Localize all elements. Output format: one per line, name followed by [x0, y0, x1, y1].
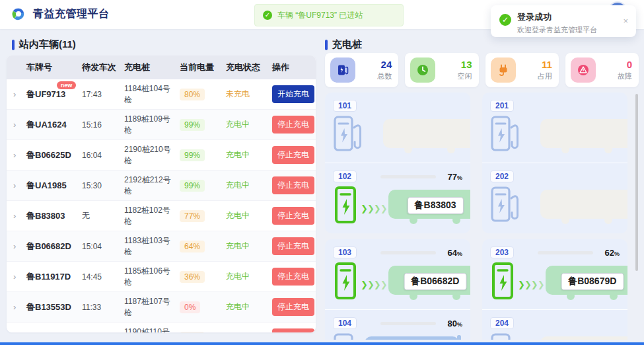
bus-icon: [540, 215, 627, 226]
pile-name: 1185桩106号枪: [124, 266, 180, 288]
pile-name: 1187桩107号枪: [124, 296, 180, 319]
charge-action-button[interactable]: 停止充电: [272, 298, 314, 316]
bus-plate: 鲁B06682D: [404, 273, 466, 290]
expand-chevron-icon[interactable]: ›: [9, 180, 26, 190]
piles-grid[interactable]: 101 % ❯❯❯❯ 102 77% ❯❯❯❯: [325, 93, 639, 340]
departure-time: 11:33: [82, 303, 124, 312]
pile-name: 2190桩210号枪: [124, 144, 180, 167]
table-row: › 鲁UF9713new 17:43 1184桩104号枪 80% 未充电 开始…: [7, 79, 316, 110]
pile-name: 1189桩109号枪: [124, 114, 180, 136]
charge-percent: 62%: [593, 248, 620, 258]
battery-badge: 64%: [180, 241, 205, 252]
charge-action-button[interactable]: 停止充电: [272, 176, 314, 194]
close-icon[interactable]: ×: [623, 16, 628, 26]
plate-number: 鲁B15375Dnew: [26, 332, 71, 333]
charging-status: 充电中: [226, 149, 272, 161]
progress-track: [380, 322, 436, 325]
plate-number: 鲁B83803new: [26, 210, 65, 222]
alert-icon: [571, 58, 596, 83]
bus-icon: [388, 291, 470, 302]
bus: 鲁B06682D: [388, 262, 470, 303]
departure-time: 无: [82, 210, 124, 221]
pile-name: 2192桩212号枪: [124, 174, 180, 197]
battery-badge: 36%: [180, 271, 205, 283]
expand-chevron-icon[interactable]: ›: [9, 241, 26, 251]
departure-time: 16:04: [82, 151, 124, 160]
stat-label: 总数: [377, 71, 392, 81]
charge-action-button[interactable]: 停止充电: [272, 237, 314, 255]
charging-pile-icon: [333, 186, 358, 227]
charging-pile-icon: [333, 262, 358, 303]
charge-progress: 80%: [380, 319, 462, 328]
charging-pile-icon: [490, 332, 522, 340]
piles-section-title: 充电桩: [325, 38, 362, 51]
charge-percent: 80%: [436, 319, 462, 328]
plate-number: 鲁B06682Dnew: [26, 241, 71, 252]
pile-number-chip: 102: [333, 171, 357, 182]
pile-slot: 102 77% ❯❯❯❯ 鲁B83803: [325, 163, 470, 233]
stat-card: 0 故障: [565, 53, 639, 87]
charge-action-button[interactable]: 开始充电: [272, 85, 314, 103]
window-bottom-edge: [0, 342, 644, 345]
charging-flow-chevrons: ❯❯❯❯: [518, 280, 544, 289]
plate-number: 鲁B11917Dnew: [26, 271, 71, 283]
bus-icon: [388, 215, 470, 226]
charge-action-button[interactable]: 停止充电: [272, 116, 314, 134]
plate-number: 鲁UA1624new: [26, 119, 67, 131]
charging-status: 未充电: [226, 89, 272, 100]
stat-card: 24 总数: [325, 53, 398, 87]
pile-number-chip: 202: [490, 171, 514, 182]
pile-number-chip: 104: [333, 317, 357, 329]
stat-value: 0: [618, 59, 632, 70]
pile-column: 201 % ❯❯❯❯ 202 % ❯❯❯❯: [482, 93, 627, 340]
plate-number: 鲁UA1985new: [26, 180, 67, 192]
expand-chevron-icon[interactable]: ›: [9, 272, 26, 282]
scrollbar-thumb[interactable]: [635, 94, 638, 271]
expand-chevron-icon[interactable]: ›: [9, 211, 26, 221]
pile-slot: 103 64% ❯❯❯❯ 鲁B06682D: [325, 239, 470, 309]
charging-pile-icon: [490, 262, 515, 303]
app-title: 青益充管理平台: [33, 7, 110, 21]
charging-status: 充电中: [226, 301, 272, 313]
battery-badge: 77%: [180, 210, 205, 222]
plate-number: 鲁B13553Dnew: [26, 301, 71, 313]
bus: [540, 186, 627, 227]
table-row: › 鲁UA1624new 15:16 1189桩109号枪 99% 充电中 停止…: [7, 110, 316, 140]
bus: 鲁B83803: [388, 186, 470, 227]
title-accent-bar: [325, 40, 328, 50]
expand-chevron-icon[interactable]: ›: [9, 120, 26, 130]
battery-badge: 0%: [180, 301, 200, 313]
check-icon: ✓: [499, 14, 511, 26]
table-row: › 鲁B06682Dnew 15:04 1183桩103号枪 64% 充电中 停…: [7, 231, 316, 262]
table-header-row: 车牌号 待发车次 充电桩 当前电量 充电状态 操作: [7, 56, 316, 79]
pile-slot: 204 % ❯❯❯❯: [482, 309, 627, 340]
charging-pile-icon: [333, 115, 365, 156]
progress-track: [380, 175, 436, 178]
expand-chevron-icon[interactable]: ›: [9, 89, 26, 99]
progress-track: [538, 251, 593, 254]
charge-action-button[interactable]: 停止充电: [272, 328, 314, 332]
new-badge: new: [57, 81, 77, 89]
charging-status: 充电中: [226, 332, 272, 332]
expand-chevron-icon[interactable]: ›: [9, 150, 26, 160]
pile-name: 1184桩104号枪: [124, 83, 180, 106]
pile-card: 201 % ❯❯❯❯ 202 % ❯❯❯❯: [482, 93, 627, 233]
charging-pile-icon: [333, 332, 365, 340]
brand: 青益充管理平台: [9, 5, 110, 23]
charge-action-button[interactable]: 停止充电: [272, 268, 314, 286]
charge-action-button[interactable]: 停止充电: [272, 207, 314, 225]
stat-label: 故障: [618, 71, 632, 81]
charge-action-button[interactable]: 停止充电: [272, 146, 314, 164]
table-row: › 鲁B15375Dnew 16:35 1190桩110号枪 89% 充电中 停…: [7, 323, 316, 332]
battery-badge: 89%: [180, 332, 205, 333]
expand-chevron-icon[interactable]: ›: [9, 302, 26, 312]
bus-plate: 鲁B83803: [408, 197, 464, 214]
col-header-departure: 待发车次: [82, 61, 124, 73]
departure-time: 15:04: [82, 242, 124, 251]
table-row: › 鲁B11917Dnew 14:45 1185桩106号枪 36% 充电中 停…: [7, 262, 316, 292]
departure-time: 17:43: [82, 90, 124, 99]
stat-label: 占用: [538, 71, 552, 81]
pile-card: 103 64% ❯❯❯❯ 鲁B06682D 104 80% ❯❯❯❯: [325, 239, 470, 340]
pile-slot: 101 % ❯❯❯❯: [325, 93, 470, 163]
vehicles-table: 车牌号 待发车次 充电桩 当前电量 充电状态 操作 › 鲁UF9713new 1…: [7, 56, 316, 332]
